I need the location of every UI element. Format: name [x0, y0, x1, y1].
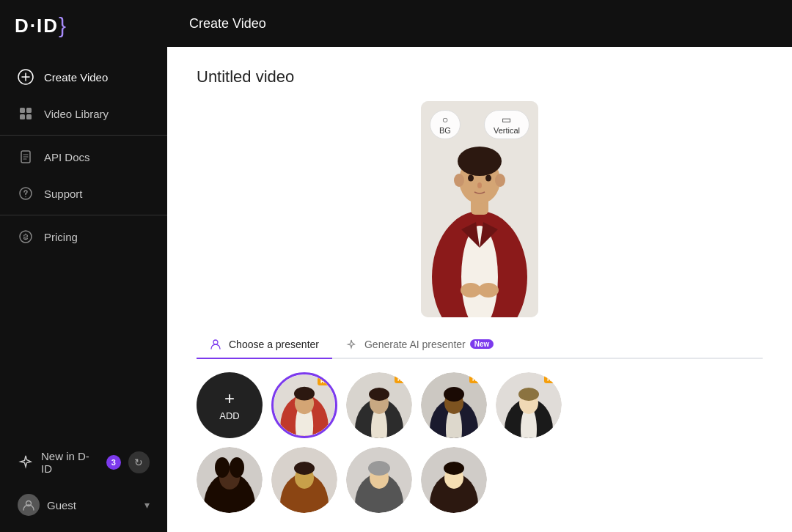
plus-icon: +	[224, 390, 235, 407]
presenter-thumb-6[interactable]	[271, 447, 337, 513]
help-circle-icon	[18, 185, 34, 202]
guest-area[interactable]: Guest ▾	[0, 485, 167, 525]
svg-point-16	[454, 174, 464, 187]
presenter-preview: ○ BG ▭ Vertical	[421, 101, 538, 317]
preview-overlay: ○ BG ▭ Vertical	[421, 110, 538, 139]
presenter-preview-wrapper: ○ BG ▭ Vertical	[197, 101, 763, 317]
circle-icon: ○	[442, 114, 448, 125]
refresh-button[interactable]: ↻	[128, 451, 150, 473]
svg-point-20	[477, 182, 482, 188]
sidebar-item-video-library-label: Video Library	[44, 108, 109, 120]
tab-choose-presenter-label: Choose a presenter	[229, 339, 319, 350]
sidebar-item-pricing[interactable]: Pricing	[0, 218, 167, 255]
svg-point-56	[368, 461, 390, 476]
sidebar-item-create-video-label: Create Video	[44, 71, 108, 84]
svg-point-38	[444, 387, 464, 402]
svg-point-43	[518, 388, 539, 401]
vertical-button[interactable]: ▭ Vertical	[484, 110, 529, 139]
guest-label: Guest	[47, 499, 76, 511]
content-area: Untitled video ○ BG ▭ Vertical	[167, 47, 792, 528]
presenters-row2	[197, 447, 487, 513]
svg-point-22	[478, 283, 499, 298]
new-tab-badge: New	[470, 339, 494, 349]
presenter-thumb-2[interactable]: HQ	[346, 372, 412, 438]
hq-badge-4: HQ	[544, 375, 559, 383]
svg-point-19	[485, 175, 491, 182]
svg-point-23	[213, 340, 218, 344]
svg-point-7	[25, 196, 26, 197]
sidebar: D·ID} Create Video Video	[0, 0, 167, 532]
sidebar-item-create-video[interactable]: Create Video	[0, 59, 167, 95]
svg-point-33	[369, 388, 389, 401]
presenter-thumb-8[interactable]	[421, 447, 487, 513]
page-title: Create Video	[189, 16, 266, 32]
presenter-thumb-inner-6	[271, 447, 337, 513]
svg-rect-1	[20, 108, 25, 113]
avatar	[18, 494, 40, 516]
video-title[interactable]: Untitled video	[197, 67, 294, 86]
sidebar-bottom: New in D-ID 3 ↻ Guest ▾	[0, 428, 167, 532]
logo-brace: }	[59, 13, 66, 38]
dollar-circle-icon	[18, 229, 34, 245]
svg-point-28	[294, 387, 315, 401]
person-icon	[210, 338, 224, 350]
svg-point-15	[458, 147, 502, 176]
sparkle-tab-icon	[345, 338, 360, 350]
svg-point-60	[444, 462, 464, 475]
svg-point-18	[468, 175, 474, 182]
hq-badge-3: HQ	[469, 375, 484, 383]
svg-point-47	[215, 457, 230, 478]
logo: D·ID}	[0, 0, 167, 51]
rect-icon: ▭	[502, 114, 511, 125]
presenter-thumb-7[interactable]	[346, 447, 412, 513]
new-in-did-label: New in D-ID	[41, 450, 99, 475]
svg-point-21	[461, 283, 481, 298]
tab-generate-ai-label: Generate AI presenter	[364, 339, 466, 350]
sidebar-item-support[interactable]: Support	[0, 175, 167, 212]
presenters-grid: + ADD HQ	[197, 372, 763, 438]
grid-icon	[18, 106, 34, 122]
tab-generate-ai[interactable]: Generate AI presenter New	[332, 330, 507, 359]
presenter-thumb-3[interactable]: HQ	[421, 372, 487, 438]
svg-rect-2	[26, 108, 32, 113]
sidebar-item-video-library[interactable]: Video Library	[0, 95, 167, 132]
svg-rect-3	[20, 114, 25, 119]
svg-rect-4	[26, 114, 32, 119]
svg-point-17	[495, 174, 505, 187]
sidebar-item-pricing-label: Pricing	[44, 231, 78, 243]
sidebar-nav: Create Video Video Library	[0, 51, 167, 428]
document-icon	[18, 149, 34, 165]
tabs-row: Choose a presenter Generate AI presenter…	[197, 330, 763, 359]
new-in-did[interactable]: New in D-ID 3 ↻	[0, 440, 167, 485]
new-badge: 3	[106, 455, 121, 470]
sparkle-icon	[18, 454, 34, 472]
sidebar-item-api-docs-label: API Docs	[44, 151, 90, 163]
presenter-thumb-1[interactable]: HQ	[271, 372, 337, 438]
svg-point-48	[230, 457, 244, 478]
top-bar: Create Video	[167, 0, 792, 47]
divider-1	[0, 135, 167, 136]
sidebar-item-support-label: Support	[44, 188, 83, 200]
add-presenter-button[interactable]: + ADD	[197, 372, 263, 438]
plus-circle-icon	[18, 69, 34, 85]
vertical-label: Vertical	[494, 126, 520, 135]
hq-badge-1: HQ	[318, 377, 332, 385]
presenter-thumb-4[interactable]: HQ	[496, 372, 562, 438]
chevron-down-icon: ▾	[144, 499, 150, 511]
presenter-thumb-inner-8	[421, 447, 487, 513]
presenter-thumb-inner-7	[346, 447, 412, 513]
divider-2	[0, 215, 167, 215]
svg-point-52	[294, 462, 315, 475]
main-content: Create Video Untitled video ○ BG ▭ Verti…	[167, 0, 792, 532]
add-label: ADD	[219, 410, 239, 421]
presenter-thumb-inner-5	[197, 447, 263, 513]
bg-button[interactable]: ○ BG	[430, 110, 461, 139]
logo-text: D·ID	[15, 15, 59, 37]
hq-badge-2: HQ	[395, 375, 409, 383]
tab-choose-presenter[interactable]: Choose a presenter	[197, 330, 332, 359]
bg-label: BG	[439, 126, 451, 135]
sidebar-item-api-docs[interactable]: API Docs	[0, 138, 167, 175]
presenter-thumb-5[interactable]	[197, 447, 263, 513]
